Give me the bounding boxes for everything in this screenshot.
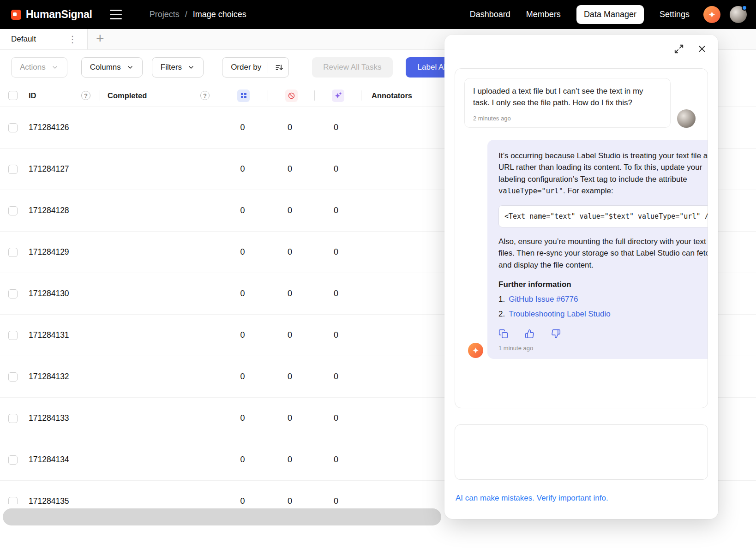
row-id: 171284133	[29, 413, 69, 423]
row-cancelled-count: 0	[288, 123, 292, 132]
sort-icon	[275, 63, 284, 72]
row-checkbox[interactable]	[8, 206, 18, 215]
header-id-label: ID	[29, 91, 36, 100]
top-navigation: Dashboard Members Data Manager Settings	[470, 5, 690, 24]
row-annotations-count: 0	[240, 289, 245, 298]
ai-message-bubble: It’s occurring because Label Studio is t…	[487, 140, 708, 359]
row-id: 171284134	[29, 455, 69, 465]
ai-assistant-button[interactable]	[703, 6, 720, 23]
thumbs-up-icon[interactable]	[525, 329, 534, 339]
reference-item: 2. Troubleshooting Label Studio	[498, 310, 708, 319]
row-cancelled-count: 0	[288, 455, 292, 465]
row-annotations-count: 0	[240, 164, 245, 174]
brand[interactable]: HumanSignal	[11, 8, 92, 21]
predictions-sparkle-icon	[332, 90, 344, 102]
row-id: 171284128	[29, 206, 69, 215]
row-checkbox[interactable]	[8, 372, 18, 382]
row-checkbox[interactable]	[8, 414, 18, 423]
row-annotations-count: 0	[240, 372, 245, 382]
row-id: 171284127	[29, 164, 69, 174]
row-id: 171284132	[29, 372, 69, 382]
row-checkbox[interactable]	[8, 331, 18, 340]
user-message-row: I uploaded a text file but I can’t see t…	[464, 78, 698, 128]
row-id: 171284130	[29, 289, 69, 298]
review-all-tasks-label: Review All Tasks	[323, 63, 381, 72]
row-checkbox[interactable]	[8, 497, 18, 504]
user-avatar[interactable]	[730, 6, 747, 23]
hamburger-menu-icon[interactable]	[108, 8, 124, 21]
select-all-checkbox[interactable]	[8, 91, 18, 100]
horizontal-scrollbar[interactable]	[3, 508, 441, 525]
row-checkbox[interactable]	[8, 248, 18, 257]
columns-button[interactable]: Columns	[81, 57, 143, 78]
row-predictions-count: 0	[334, 372, 338, 382]
reference-link[interactable]: Troubleshooting Label Studio	[509, 310, 611, 319]
row-cancelled-count: 0	[288, 164, 292, 174]
row-id: 171284129	[29, 247, 69, 257]
breadcrumb-current-project: Image choices	[193, 10, 246, 19]
close-icon[interactable]	[697, 44, 707, 54]
header-annotations[interactable]	[219, 90, 268, 102]
row-checkbox[interactable]	[8, 165, 18, 174]
row-checkbox[interactable]	[8, 455, 18, 465]
row-checkbox[interactable]	[8, 123, 18, 132]
user-message-timestamp: 2 minutes ago	[473, 115, 662, 122]
inline-code: valueType="url"	[498, 187, 563, 195]
header-annotators-label: Annotators	[372, 91, 412, 100]
row-annotations-count: 0	[240, 330, 245, 340]
chevron-down-icon	[187, 64, 195, 71]
ai-intro-text: It’s occurring because Label Studio is t…	[498, 151, 708, 184]
row-predictions-count: 0	[334, 164, 338, 174]
divider	[268, 62, 268, 73]
header-id[interactable]: ID ?	[26, 91, 100, 100]
copy-icon[interactable]	[498, 329, 508, 339]
tab-kebab-menu-icon[interactable]: ⋮	[65, 34, 80, 45]
app-window: HumanSignal Projects / Image choices Das…	[0, 0, 756, 549]
code-block[interactable]: <Text name="text" value="$text" valueTyp…	[498, 205, 708, 227]
order-by-label: Order by	[231, 63, 261, 72]
further-information-heading: Further information	[498, 280, 708, 289]
row-predictions-count: 0	[334, 123, 338, 132]
user-avatar	[677, 109, 696, 128]
nav-dashboard[interactable]: Dashboard	[470, 10, 510, 19]
help-icon[interactable]: ?	[200, 91, 210, 100]
nav-members[interactable]: Members	[526, 10, 561, 19]
add-tab-button[interactable]: +	[88, 29, 104, 49]
header-completed[interactable]: Completed ?	[100, 91, 219, 100]
actions-button[interactable]: Actions	[11, 57, 67, 78]
reference-number: 2.	[498, 310, 505, 319]
row-predictions-count: 0	[334, 289, 338, 298]
reference-list: 1. GitHub Issue #6776 2. Troubleshooting…	[498, 295, 708, 319]
ai-intro-paragraph: It’s occurring because Label Studio is t…	[498, 150, 708, 197]
ai-chat-panel: I uploaded a text file but I can’t see t…	[444, 35, 718, 519]
row-annotations-count: 0	[240, 496, 245, 504]
chat-input[interactable]	[455, 424, 708, 480]
breadcrumb-projects[interactable]: Projects	[150, 10, 180, 19]
help-icon[interactable]: ?	[81, 91, 90, 100]
ai-disclaimer-link[interactable]: AI can make mistakes. Verify important i…	[456, 494, 608, 503]
columns-label: Columns	[90, 63, 121, 72]
user-message-bubble: I uploaded a text file but I can’t see t…	[464, 78, 671, 128]
row-predictions-count: 0	[334, 206, 338, 215]
thumbs-down-icon[interactable]	[551, 329, 561, 339]
row-annotations-count: 0	[240, 123, 245, 132]
review-all-tasks-button[interactable]: Review All Tasks	[312, 57, 392, 78]
row-checkbox[interactable]	[8, 289, 18, 298]
row-cancelled-count: 0	[288, 413, 292, 423]
nav-settings[interactable]: Settings	[660, 10, 690, 19]
row-annotations-count: 0	[240, 413, 245, 423]
nav-data-manager[interactable]: Data Manager	[576, 5, 644, 24]
order-by-button[interactable]: Order by	[222, 57, 289, 78]
chevron-down-icon	[126, 64, 134, 71]
header-cancelled[interactable]	[268, 90, 314, 102]
tab-default[interactable]: Default ⋮	[0, 29, 88, 49]
reference-link[interactable]: GitHub Issue #6776	[509, 295, 578, 304]
expand-icon[interactable]	[674, 44, 684, 54]
sparkle-icon	[708, 11, 716, 18]
topbar: HumanSignal Projects / Image choices Das…	[0, 0, 756, 29]
row-id: 171284126	[29, 123, 69, 132]
header-predictions[interactable]	[315, 90, 361, 102]
tab-label: Default	[11, 35, 36, 44]
filters-button[interactable]: Filters	[152, 57, 204, 78]
row-cancelled-count: 0	[288, 330, 292, 340]
